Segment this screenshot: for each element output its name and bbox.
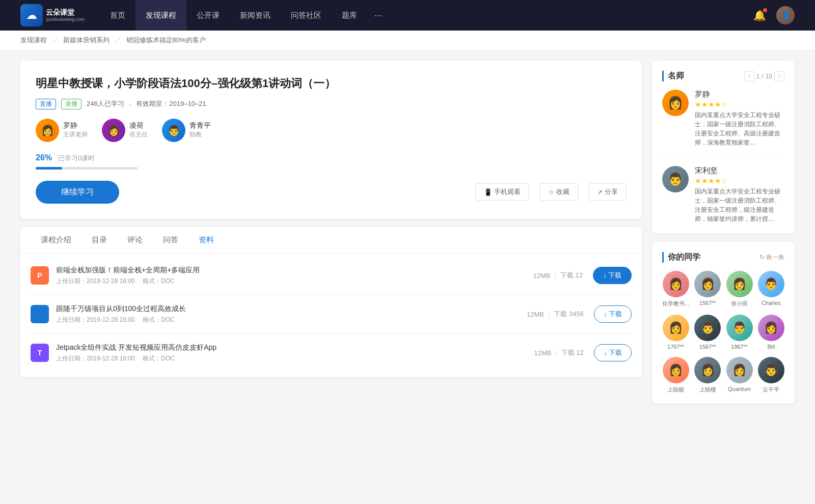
classmate-9-name: 上陆能 (667, 386, 684, 394)
nav-item-exam[interactable]: 题库 (332, 0, 367, 31)
continue-button[interactable]: 继续学习 (36, 181, 119, 204)
page-current: 1 (756, 73, 760, 80)
classmate-7[interactable]: 👨 1867** (726, 315, 752, 350)
mobile-watch-link[interactable]: 📱 手机观看 (475, 183, 529, 201)
resource-info-1: 前端全栈加强版！前端全栈+全周期+多端应用 上传日期：2019-12-28 16… (56, 266, 533, 286)
teacher-1-desc: 国内某重点大学安全工程专业硕士，国家一级注册消防工程师、注册安全工程师、高级注册… (695, 110, 784, 147)
nav-item-home[interactable]: 首页 (100, 0, 135, 31)
classmate-7-name: 1867** (731, 344, 748, 350)
course-meta: 直播 录播 246人已学习 · 有效期至：2019–10–21 (36, 99, 627, 109)
logo[interactable]: ☁ 云朵课堂 yundouketang.com (20, 4, 85, 26)
classmates-title: 你的同学 (662, 252, 700, 263)
nav-item-news[interactable]: 新闻资讯 (230, 0, 281, 31)
instructor-1-role: 主讲老师 (63, 130, 88, 139)
meta-dot: · (129, 100, 131, 108)
teacher-item-1: 👩 罗静 ★★★★☆ 国内某重点大学安全工程专业硕士，国家一级注册消防工程师、注… (662, 90, 784, 157)
instructor-3-info: 青青平 助教 (189, 121, 211, 139)
classmate-3-avatar: 👩 (726, 271, 753, 297)
instructor-2-info: 凌荷 班主任 (129, 121, 148, 139)
classmates-grid: 👩 化学教书... 👩 1567** 👩 张小田 👨 Charles (662, 271, 784, 394)
teacher-2-stars: ★★★★☆ (695, 177, 784, 185)
resource-stats-3: 12MB | 下载 12 (534, 348, 583, 357)
refresh-button[interactable]: ↻ 换一换 (759, 253, 784, 262)
classmate-2[interactable]: 👩 1567** (694, 271, 721, 307)
resource-info-2: 跟随千万级项目从0到100全过程高效成长 上传日期：2019-12-28 16:… (56, 304, 527, 324)
classmate-4-avatar: 👨 (758, 271, 784, 297)
classmate-10[interactable]: 👩 上陆楼 (694, 357, 721, 394)
breadcrumb-sep2: ／ (115, 36, 121, 44)
classmate-2-avatar: 👩 (694, 271, 721, 297)
teacher-2-detail: 宋利坚 ★★★★☆ 国内某重点大学安全工程专业硕士，国家一级注册消防工程师、注册… (695, 166, 784, 223)
classmate-12-avatar: 👨 (758, 357, 784, 383)
user-avatar[interactable]: 👤 (776, 6, 795, 24)
classmate-5[interactable]: 👩 1767** (662, 315, 689, 350)
instructor-2-avatar: 👩 (102, 119, 125, 142)
navbar: ☁ 云朵课堂 yundouketang.com 首页 发现课程 公开课 新闻资讯… (0, 0, 815, 31)
mobile-icon: 📱 (484, 188, 492, 196)
collect-link[interactable]: ☆ 收藏 (539, 183, 578, 201)
classmate-1[interactable]: 👩 化学教书... (662, 271, 689, 307)
progress-learned: 已学习0课时 (58, 154, 95, 162)
classmate-1-avatar: 👩 (663, 271, 689, 297)
download-button-2[interactable]: ↓ 下载 (594, 305, 632, 323)
tab-catalog[interactable]: 目录 (82, 227, 117, 253)
classmate-5-avatar: 👩 (663, 315, 689, 341)
classmate-8[interactable]: 👩 Bill (758, 315, 784, 350)
page-total: 10 (766, 73, 772, 80)
tab-resources[interactable]: 资料 (188, 227, 224, 253)
instructor-3-role: 助教 (189, 130, 211, 139)
instructor-3-avatar: 👨 (162, 119, 185, 142)
instructor-1-avatar: 👩 (36, 119, 59, 142)
course-validity: 有效期至：2019–10–21 (136, 99, 206, 108)
progress-section: 26% 已学习0课时 (36, 153, 627, 170)
tab-qa[interactable]: 问答 (153, 227, 188, 253)
classmate-6[interactable]: 👨 1567** (694, 315, 721, 350)
instructor-3: 👨 青青平 助教 (162, 119, 211, 142)
resource-meta-2: 上传日期：2019-12-28 16:00 格式：DOC (56, 316, 527, 324)
tag-live: 直播 (36, 99, 56, 109)
download-button-3[interactable]: ↓ 下载 (594, 344, 632, 361)
bell-button[interactable]: 🔔 (753, 9, 766, 21)
tabs-header: 课程介绍 目录 评论 问答 资料 (20, 227, 642, 254)
progress-bar-fill (36, 167, 62, 170)
classmate-6-name: 1567** (699, 344, 716, 350)
nav-item-discover[interactable]: 发现课程 (135, 0, 186, 31)
resource-item-3: T Jetpack全组件实战 开发短视频应用高仿皮皮虾App 上传日期：2019… (31, 334, 632, 372)
classmate-3-name: 张小田 (731, 300, 748, 307)
course-card: 明星中教授课，小学阶段语法100分–强化级第1讲动词（一） 直播 录播 246人… (20, 61, 642, 219)
classmates-card: 你的同学 ↻ 换一换 👩 化学教书... 👩 1567** 👩 张小田 (652, 242, 795, 404)
instructor-2: 👩 凌荷 班主任 (102, 119, 148, 142)
breadcrumb-discover[interactable]: 发现课程 (20, 36, 47, 44)
classmate-9[interactable]: 👩 上陆能 (662, 357, 689, 394)
page-prev[interactable]: ‹ (744, 71, 754, 81)
nav-more[interactable]: ··· (367, 0, 389, 31)
classmate-11[interactable]: 👩 Quantum (726, 357, 752, 394)
page-next[interactable]: › (774, 71, 784, 81)
breadcrumb: 发现课程 ／ 新媒体营销系列 ／ 销冠修炼术搞定80%的客户 (0, 31, 815, 50)
classmate-7-avatar: 👨 (726, 315, 753, 341)
classmate-1-name: 化学教书... (662, 300, 689, 307)
teacher-2-avatar: 👨 (662, 166, 689, 192)
classmate-10-name: 上陆楼 (699, 386, 716, 394)
resource-icon-3: T (31, 344, 49, 362)
classmate-4[interactable]: 👨 Charles (758, 271, 784, 307)
nav-item-open[interactable]: 公开课 (186, 0, 230, 31)
classmate-3[interactable]: 👩 张小田 (726, 271, 752, 307)
breadcrumb-sep1: ／ (52, 36, 59, 44)
resource-meta-3: 上传日期：2019-12-28 16:00 格式：DOC (56, 354, 534, 363)
tab-comments[interactable]: 评论 (117, 227, 153, 253)
resource-info-3: Jetpack全组件实战 开发短视频应用高仿皮皮虾App 上传日期：2019-1… (56, 343, 534, 363)
share-link[interactable]: ↗ 分享 (588, 183, 627, 201)
teacher-1-avatar: 👩 (662, 90, 689, 116)
resource-stats-1: 12MB | 下载 12 (533, 271, 582, 280)
nav-item-qa[interactable]: 问答社区 (281, 0, 332, 31)
tab-intro[interactable]: 课程介绍 (31, 227, 82, 253)
instructor-2-role: 班主任 (129, 130, 148, 139)
classmates-header: 你的同学 ↻ 换一换 (662, 252, 784, 263)
share-icon: ↗ (597, 188, 603, 196)
tabs-section: 课程介绍 目录 评论 问答 资料 P 前端全栈加强版！前端全栈+全周期+多端应用… (20, 227, 642, 377)
classmate-12[interactable]: 👨 云干平 (758, 357, 784, 394)
breadcrumb-series[interactable]: 新媒体营销系列 (63, 36, 110, 44)
download-button-1[interactable]: ↓ 下载 (593, 267, 632, 284)
star-icon: ☆ (548, 188, 554, 196)
